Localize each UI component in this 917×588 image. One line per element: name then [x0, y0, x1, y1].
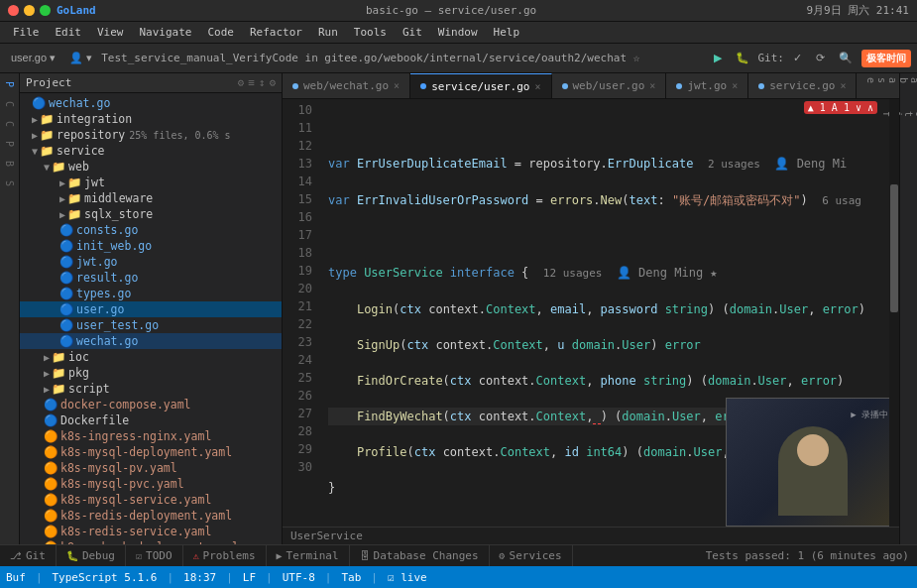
tree-item-jwt[interactable]: ▶ 📁 jwt [20, 175, 282, 190]
menu-tools[interactable]: Tools [347, 24, 394, 41]
tab-wechat[interactable]: web/wechat.go × [283, 73, 410, 98]
tree-item-pkg[interactable]: ▶ 📁 pkg [20, 365, 282, 381]
editor-scrollbar[interactable] [889, 99, 899, 527]
minimize-button[interactable] [24, 5, 35, 16]
tab-close-icon[interactable]: × [649, 80, 655, 91]
panel-icons: ⚙ ≡ ↕ ⚙ [238, 76, 277, 89]
sidebar-icon-structure[interactable]: S [4, 176, 15, 190]
sidebar-icon-changes[interactable]: C [4, 97, 15, 111]
menu-code[interactable]: Code [200, 24, 241, 41]
tree-item-web[interactable]: ▼ 📁 web [20, 159, 282, 175]
git-sync[interactable]: ⟳ [811, 49, 830, 67]
tree-item-k8s-mysql-pv[interactable]: 🟠 k8s-mysql-pv.yaml [20, 460, 282, 476]
settings-icon[interactable]: ⚙ [238, 76, 245, 89]
menu-edit[interactable]: Edit [49, 24, 89, 41]
tree-item-wechat[interactable]: 🔵 wechat.go [20, 95, 282, 111]
tree-item-k8s-webook-deploy[interactable]: 🟠 k8s-webook-deployment.yaml [20, 539, 282, 544]
menu-view[interactable]: View [90, 24, 131, 41]
tree-item-k8s-ingress[interactable]: 🟠 k8s-ingress-nginx.yaml [20, 428, 282, 444]
tab-debug-label: Debug [82, 549, 115, 562]
sidebar-icon-project[interactable]: P [4, 77, 15, 91]
tab-git[interactable]: ⎇ Git [0, 545, 57, 566]
sort-icon[interactable]: ↕ [259, 76, 266, 89]
menu-help[interactable]: Help [487, 24, 527, 41]
tab-close-icon[interactable]: × [394, 80, 400, 91]
tree-item-k8s-mysql-pvc[interactable]: 🟠 k8s-mysql-pvc.yaml [20, 476, 282, 492]
tree-label: k8s-mysql-pv.yaml [60, 461, 177, 475]
sidebar-icon-bookmarks[interactable]: B [4, 157, 15, 171]
close-button[interactable] [8, 5, 19, 16]
tree-label: user_test.go [76, 318, 159, 332]
collapse-icon[interactable]: ≡ [248, 76, 255, 89]
git-checkmark[interactable]: ✓ [788, 49, 807, 67]
arrow-icon: ▼ [44, 162, 50, 173]
tree-item-sqlx-store[interactable]: ▶ 📁 sqlx_store [20, 206, 282, 222]
tab-db-changes[interactable]: 🗄 Database Changes [350, 545, 490, 566]
tree-item-result[interactable]: 🔵 result.go [20, 270, 282, 286]
tree-item-repository[interactable]: ▶ 📁 repository 25% files, 0.6% s [20, 127, 282, 143]
tree-item-user-test[interactable]: 🔵 user_test.go [20, 317, 282, 333]
debug-icon: 🐛 [66, 550, 78, 561]
tab-label: jwt.go [687, 79, 727, 92]
tab-terminal[interactable]: ▶ Terminal [267, 545, 350, 566]
project-panel: Project ⚙ ≡ ↕ ⚙ 🔵 wechat.go ▶ 📁 integrat… [20, 73, 283, 544]
tree-item-middleware[interactable]: ▶ 📁 middleware [20, 190, 282, 206]
tree-item-k8s-redis-svc[interactable]: 🟠 k8s-redis-service.yaml [20, 524, 282, 539]
tab-close-icon[interactable]: × [732, 80, 738, 91]
toolbar-file-btn[interactable]: user.go ▾ [6, 49, 60, 67]
tab-dot [420, 83, 426, 89]
sidebar-icon-pull[interactable]: P [4, 137, 15, 151]
search-btn[interactable]: 🔍 [834, 49, 858, 67]
tree-item-script[interactable]: ▶ 📁 script [20, 381, 282, 397]
tree-pct: 25% files, 0.6% s [129, 130, 230, 141]
menu-refactor[interactable]: Refactor [243, 24, 309, 41]
maximize-button[interactable] [40, 5, 51, 16]
window-controls[interactable] [8, 5, 51, 16]
tab-service[interactable]: service.go × [748, 73, 857, 98]
sidebar-icon-commit[interactable]: C [4, 117, 15, 131]
tree-label: middleware [84, 191, 153, 205]
scrollbar-thumb[interactable] [890, 184, 898, 312]
tab-close-icon[interactable]: × [840, 80, 846, 91]
tree-item-types[interactable]: 🔵 types.go [20, 286, 282, 301]
menu-navigate[interactable]: Navigate [133, 24, 199, 41]
status-typescript: TypeScript 5.1.6 [53, 571, 158, 584]
tree-item-user-go[interactable]: 🔵 user.go [20, 301, 282, 317]
menu-file[interactable]: File [6, 24, 47, 41]
file-icon: 🔵 [59, 318, 73, 332]
menu-run[interactable]: Run [311, 24, 345, 41]
tree-item-k8s-mysql-svc[interactable]: 🟠 k8s-mysql-service.yaml [20, 492, 282, 508]
tab-label: service.go [769, 79, 835, 92]
tree-item-k8s-deploy[interactable]: 🟠 k8s-mysql-deployment.yaml [20, 444, 282, 460]
database-icon[interactable]: Database [865, 77, 918, 83]
tab-services[interactable]: ⚙ Services [490, 545, 573, 566]
tree-item-ioc[interactable]: ▶ 📁 ioc [20, 349, 282, 365]
tree-item-integration[interactable]: ▶ 📁 integration [20, 111, 282, 127]
tab-service-user[interactable]: service/user.go × [410, 73, 551, 98]
run-button[interactable]: ▶ [709, 49, 727, 67]
tab-debug[interactable]: 🐛 Debug [57, 545, 126, 566]
debug-button[interactable]: 🐛 [731, 49, 754, 67]
tree-item-dockerfile[interactable]: 🔵 Dockerfile [20, 412, 282, 428]
status-sep2: | [167, 571, 173, 584]
toolbar-user-btn[interactable]: 👤 ▾ [64, 49, 97, 67]
tab-web-user[interactable]: web/user.go × [552, 73, 667, 98]
tab-problems[interactable]: ⚠ Problems [183, 545, 267, 566]
folder-icon: 📁 [52, 366, 65, 380]
code-editor[interactable]: ▲ 1 A 1 ∨ ∧ 10 11 12 13 14 15 16 17 18 1… [283, 99, 899, 527]
tab-jwt[interactable]: jwt.go × [666, 73, 748, 98]
tab-close-icon[interactable]: × [534, 81, 540, 92]
titlebar: GoLand basic-go – service/user.go 9月9日 周… [0, 0, 917, 22]
menu-git[interactable]: Git [396, 24, 429, 41]
tree-item-consts[interactable]: 🔵 consts.go [20, 222, 282, 238]
menu-window[interactable]: Window [431, 24, 485, 41]
status-tab: Tab [341, 571, 361, 584]
gear-icon[interactable]: ⚙ [269, 76, 276, 89]
tree-item-service[interactable]: ▼ 📁 service [20, 143, 282, 159]
tree-item-wechat-go[interactable]: 🔵 wechat.go [20, 333, 282, 349]
tree-item-jwt-go[interactable]: 🔵 jwt.go [20, 254, 282, 270]
tree-item-init-web[interactable]: 🔵 init_web.go [20, 238, 282, 254]
tree-item-docker-compose[interactable]: 🔵 docker-compose.yaml [20, 397, 282, 412]
tree-item-k8s-redis-deploy[interactable]: 🟠 k8s-redis-deployment.yaml [20, 508, 282, 524]
tab-todo[interactable]: ☑ TODO [126, 545, 183, 566]
